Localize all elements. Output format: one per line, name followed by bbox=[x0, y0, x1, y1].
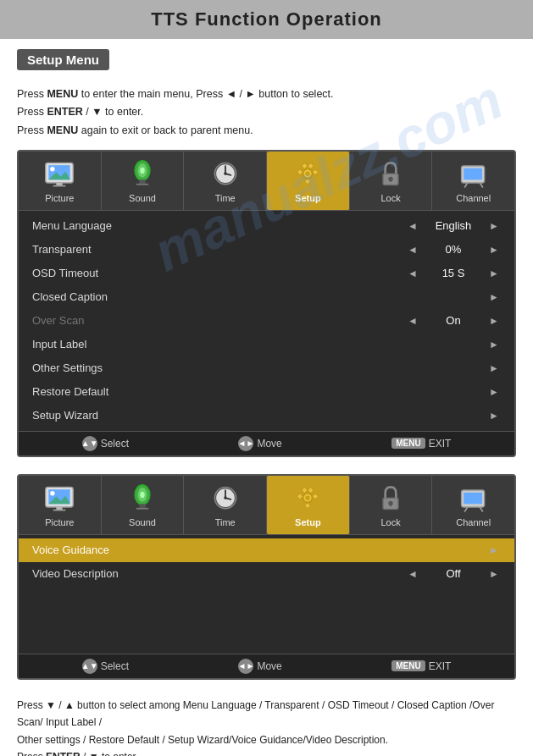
svg-line-23 bbox=[464, 183, 468, 187]
menu1-icon-picture[interactable]: Picture bbox=[19, 152, 102, 210]
page-wrapper: TTS Function Operation Setup Menu Press … bbox=[0, 0, 533, 756]
voice-guidance-arrow-right: ► bbox=[487, 544, 501, 556]
menu1-select-label: Select bbox=[101, 438, 129, 450]
menu1-row-input-label[interactable]: Input Label ► bbox=[19, 333, 514, 356]
menu1-row-closed-caption[interactable]: Closed Caption ► bbox=[19, 285, 514, 309]
menu1-setup-label: Setup bbox=[295, 193, 321, 203]
menu2-select-label: Select bbox=[101, 660, 129, 672]
menu1-channel-label: Channel bbox=[456, 193, 491, 203]
a-badge2: ▲▼ bbox=[82, 659, 97, 674]
menu2-picture-label: Picture bbox=[45, 517, 74, 527]
menu2-time-label: Time bbox=[215, 517, 236, 527]
menu1-container: Picture Sound bbox=[17, 150, 516, 457]
menu1-row-osd-timeout[interactable]: OSD Timeout ◄ 15 S ► bbox=[19, 262, 514, 285]
menu2-bottom-bar: ▲▼ Select ◄► Move MENU EXIT bbox=[19, 654, 514, 678]
menu1-lock-label: Lock bbox=[380, 193, 400, 203]
page-title: TTS Function Operation bbox=[0, 8, 533, 30]
osd-timeout-arrow-left: ◄ bbox=[406, 268, 419, 279]
svg-rect-9 bbox=[139, 179, 145, 184]
menu1-icon-lock[interactable]: Lock bbox=[350, 152, 433, 210]
menu2-setup-label: Setup bbox=[295, 517, 321, 527]
osd-timeout-value: 15 S bbox=[419, 267, 487, 279]
menu2-exit-item: MENU EXIT bbox=[391, 660, 451, 672]
closed-caption-label: Closed Caption bbox=[32, 290, 406, 303]
osd-timeout-arrow-right: ► bbox=[487, 268, 501, 279]
menu1-icon-bar: Picture Sound bbox=[19, 152, 514, 211]
menu1-bottom-bar: ▲▼ Select ◄► Move MENU EXIT bbox=[19, 431, 514, 455]
menu2-icon-setup[interactable]: Setup bbox=[267, 476, 350, 534]
bottom-line3: Press ENTER / ▼ to enter. bbox=[17, 748, 516, 756]
transparent-label: Transparent bbox=[32, 243, 406, 256]
menu1-row-menu-language[interactable]: Menu Language ◄ English ► bbox=[19, 214, 514, 238]
instruction-line2: Press ENTER / ▼ to enter. bbox=[17, 103, 516, 121]
svg-point-40 bbox=[224, 496, 227, 499]
menu2-move-label: Move bbox=[257, 660, 281, 672]
channel-icon2 bbox=[457, 483, 491, 515]
menu1-row-transparent[interactable]: Transparent ◄ 0% ► bbox=[19, 238, 514, 262]
video-description-value: Off bbox=[419, 567, 487, 580]
over-scan-label: Over Scan bbox=[32, 314, 406, 327]
menu2-icon-lock[interactable]: Lock bbox=[350, 476, 433, 534]
picture-icon2 bbox=[42, 483, 76, 515]
svg-line-24 bbox=[480, 183, 483, 187]
video-description-label: Video Description bbox=[32, 567, 406, 580]
svg-rect-30 bbox=[53, 509, 65, 510]
section-title: Setup Menu bbox=[17, 49, 109, 70]
menu1-row-over-scan[interactable]: Over Scan ◄ On ► bbox=[19, 309, 514, 333]
menu1-time-label: Time bbox=[215, 193, 236, 203]
menu2-channel-label: Channel bbox=[456, 517, 491, 527]
svg-point-8 bbox=[140, 168, 144, 174]
menu-language-arrow-right: ► bbox=[487, 220, 501, 232]
menu-badge2: MENU bbox=[391, 660, 425, 671]
menu1-icon-time[interactable]: Time bbox=[184, 152, 267, 210]
svg-rect-34 bbox=[139, 504, 145, 508]
restore-default-arrow-right: ► bbox=[487, 386, 501, 398]
svg-point-17 bbox=[306, 171, 310, 175]
top-instructions: Press MENU to enter the main menu, Press… bbox=[17, 86, 516, 140]
picture-icon bbox=[42, 158, 76, 190]
setup-wizard-label: Setup Wizard bbox=[32, 409, 406, 422]
time-icon bbox=[208, 158, 242, 190]
menu1-picture-label: Picture bbox=[45, 193, 74, 203]
transparent-value: 0% bbox=[419, 243, 487, 256]
menu1-row-restore-default[interactable]: Restore Default ► bbox=[19, 380, 514, 404]
svg-point-27 bbox=[50, 491, 54, 495]
sound-icon2 bbox=[125, 483, 159, 515]
svg-rect-5 bbox=[53, 185, 65, 186]
setup-icon2 bbox=[291, 483, 325, 515]
menu1-icon-channel[interactable]: Channel bbox=[432, 152, 514, 210]
menu1-row-setup-wizard[interactable]: Setup Wizard ► bbox=[19, 404, 514, 428]
sound-icon bbox=[125, 158, 159, 190]
a-badge: ▲▼ bbox=[82, 436, 97, 451]
voice-guidance-label: Voice Guidance bbox=[32, 544, 406, 556]
instruction-line3: Press MENU again to exit or back to pare… bbox=[17, 122, 516, 140]
over-scan-arrow-right: ► bbox=[487, 315, 501, 327]
menu1-select-item: ▲▼ Select bbox=[82, 436, 129, 451]
menu2-icon-channel[interactable]: Channel bbox=[432, 476, 514, 534]
menu2-move-item: ◄► Move bbox=[238, 659, 281, 674]
input-label-label: Input Label bbox=[32, 338, 406, 350]
menu2-row-voice-guidance[interactable]: Voice Guidance ► bbox=[19, 538, 514, 562]
svg-rect-10 bbox=[136, 184, 148, 185]
svg-line-48 bbox=[464, 507, 468, 511]
menu1-icon-setup[interactable]: Setup bbox=[267, 152, 350, 210]
menu2-icon-sound[interactable]: Sound bbox=[102, 476, 185, 534]
channel-icon bbox=[457, 158, 491, 190]
svg-rect-47 bbox=[464, 493, 482, 505]
menu1-icon-sound[interactable]: Sound bbox=[102, 152, 185, 210]
menu2-row-video-description[interactable]: Video Description ◄ Off ► bbox=[19, 562, 514, 586]
page-header: TTS Function Operation bbox=[0, 0, 533, 39]
closed-caption-arrow-right: ► bbox=[487, 291, 501, 303]
menu-badge: MENU bbox=[391, 438, 425, 449]
time-icon2 bbox=[208, 483, 242, 515]
svg-point-33 bbox=[140, 492, 144, 498]
svg-rect-45 bbox=[390, 503, 391, 506]
svg-point-42 bbox=[306, 495, 310, 499]
menu2-exit-label: EXIT bbox=[429, 660, 452, 672]
menu2-icon-time[interactable]: Time bbox=[184, 476, 267, 534]
video-description-arrow-right: ► bbox=[487, 568, 501, 580]
menu2-icon-picture[interactable]: Picture bbox=[19, 476, 102, 534]
menu2-sound-label: Sound bbox=[129, 517, 156, 527]
instruction-line1: Press MENU to enter the main menu, Press… bbox=[17, 86, 516, 103]
menu1-row-other-settings[interactable]: Other Settings ► bbox=[19, 356, 514, 380]
